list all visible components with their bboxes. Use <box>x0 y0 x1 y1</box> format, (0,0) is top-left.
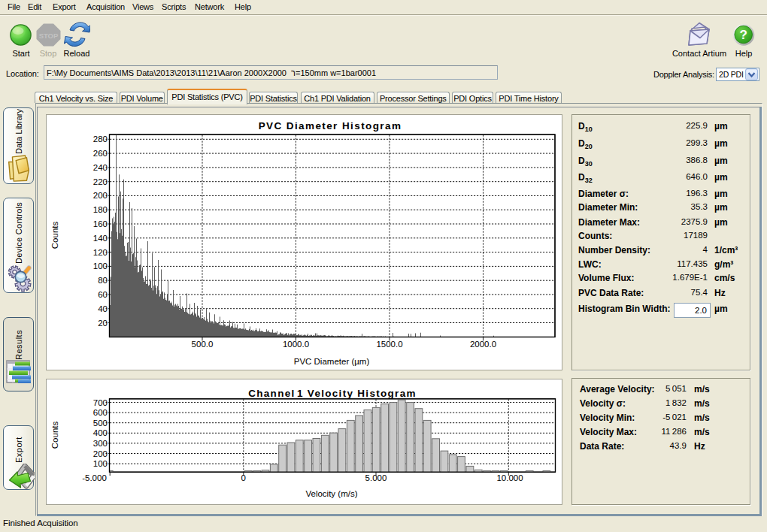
svg-text:PVC Diameter Histogram: PVC Diameter Histogram <box>259 120 402 131</box>
svg-text:Counts: Counts <box>50 222 59 249</box>
svg-text:0: 0 <box>241 473 246 482</box>
svg-text:80: 80 <box>98 276 108 285</box>
svg-text:PVC Diameter (µm): PVC Diameter (µm) <box>294 357 370 366</box>
svg-text:200: 200 <box>93 191 108 200</box>
svg-text:260: 260 <box>93 149 108 158</box>
svg-text:500: 500 <box>93 419 108 428</box>
svg-text:600: 600 <box>93 408 108 417</box>
svg-text:240: 240 <box>93 163 108 172</box>
svg-text:5.000: 5.000 <box>365 473 387 482</box>
svg-text:220: 220 <box>93 177 108 186</box>
svg-text:100: 100 <box>93 261 108 271</box>
svg-text:160: 160 <box>93 219 108 228</box>
svg-text:500.0: 500.0 <box>192 340 214 349</box>
svg-text:700: 700 <box>93 398 108 407</box>
svg-text:Velocity (m/s): Velocity (m/s) <box>305 489 357 498</box>
svg-text:20: 20 <box>98 319 108 328</box>
svg-text:1000.0: 1000.0 <box>283 340 309 349</box>
svg-text:1500.0: 1500.0 <box>376 340 402 349</box>
svg-text:200: 200 <box>93 449 108 458</box>
svg-text:-5.000: -5.000 <box>82 473 107 482</box>
svg-text:280: 280 <box>93 135 108 144</box>
svg-text:40: 40 <box>98 304 108 313</box>
svg-text:60: 60 <box>98 290 108 299</box>
svg-text:140: 140 <box>93 234 108 243</box>
svg-text:?: ? <box>740 28 747 42</box>
svg-text:180: 180 <box>93 205 108 214</box>
svg-text:2000.0: 2000.0 <box>470 340 496 349</box>
svg-text:400: 400 <box>93 428 108 437</box>
svg-text:100: 100 <box>93 459 108 468</box>
svg-text:Channel 1 Velocity Histogram: Channel 1 Velocity Histogram <box>248 388 417 399</box>
svg-text:Counts: Counts <box>50 422 59 449</box>
svg-text:300: 300 <box>93 439 108 448</box>
svg-text:10.000: 10.000 <box>496 473 523 482</box>
svg-text:120: 120 <box>93 248 108 257</box>
svg-text:STOP: STOP <box>39 32 59 40</box>
